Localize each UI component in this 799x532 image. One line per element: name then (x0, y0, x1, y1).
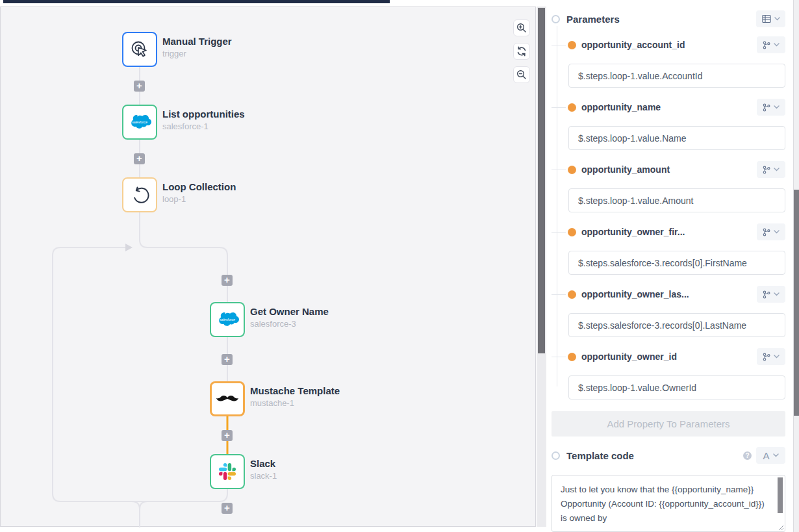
node-subtitle: mustache-1 (250, 398, 294, 408)
connector-lines (1, 7, 537, 527)
template-code-section-title: Template code (566, 450, 634, 461)
property-type-dot (568, 228, 576, 236)
property-name: opportunity_name (581, 102, 661, 112)
property-type-dot (568, 353, 576, 361)
property-name: opportunity_owner_fir... (581, 227, 685, 237)
property-type-dot (568, 290, 576, 299)
property-mapping-button[interactable] (757, 161, 785, 178)
node-mustache-template[interactable]: Mustache Template mustache-1 (210, 381, 418, 416)
property-value-input[interactable] (568, 64, 785, 88)
parameters-view-mode-button[interactable] (756, 10, 785, 27)
refresh-button[interactable] (513, 43, 530, 60)
template-code-input[interactable]: Just to let you know that the {{opportun… (552, 475, 785, 531)
zoom-in-icon (516, 23, 527, 33)
tree-guide-stub (552, 232, 566, 233)
add-step-button[interactable]: + (222, 503, 233, 514)
node-subtitle: salesforce-1 (162, 121, 209, 131)
node-subtitle: slack-1 (250, 471, 277, 481)
textarea-scrollbar-thumb[interactable] (778, 477, 783, 513)
jsonpath-branch-icon (763, 290, 770, 299)
node-manual-trigger[interactable]: Manual Trigger trigger (122, 32, 330, 67)
add-step-button[interactable]: + (222, 354, 233, 365)
manual-trigger-icon (130, 40, 149, 59)
property-mapping-button[interactable] (757, 99, 785, 116)
salesforce-icon: salesforce (214, 310, 240, 329)
chevron-down-icon (774, 355, 780, 359)
add-step-button[interactable]: + (134, 153, 145, 164)
property-mapping-button[interactable] (757, 348, 785, 365)
property-value-input[interactable] (568, 126, 785, 150)
tree-guide-stub (552, 170, 566, 170)
help-icon[interactable]: ? (743, 451, 752, 460)
canvas-scrollbar-thumb[interactable] (538, 8, 545, 353)
zoom-out-icon (516, 70, 527, 80)
jsonpath-branch-icon (763, 166, 770, 174)
chevron-down-icon (774, 17, 780, 21)
svg-text:salesforce: salesforce (132, 120, 147, 124)
node-card-mustache-1[interactable] (210, 381, 245, 416)
loop-exit-line (132, 501, 147, 527)
chevron-down-icon (774, 43, 780, 47)
node-subtitle: salesforce-3 (250, 319, 296, 329)
node-card-salesforce-3[interactable]: salesforce (210, 302, 245, 337)
top-toolbar-edge (3, 0, 390, 3)
property-type-dot (568, 166, 576, 174)
zoom-in-button[interactable] (513, 19, 530, 36)
zoom-out-button[interactable] (513, 66, 530, 83)
chevron-down-icon (774, 105, 780, 109)
chevron-down-icon (774, 168, 780, 171)
node-slack[interactable]: Slack slack-1 (210, 454, 418, 489)
jsonpath-branch-icon (763, 353, 770, 361)
property-mapping-button[interactable] (757, 36, 785, 53)
tree-guide-line (557, 26, 557, 386)
resize-grip-icon[interactable] (778, 524, 784, 531)
property-value-input[interactable] (568, 313, 785, 337)
node-card-slack-1[interactable] (210, 454, 245, 489)
node-title: Slack (250, 458, 275, 469)
property-name: opportunity_owner_id (581, 351, 677, 362)
node-subtitle: trigger (162, 49, 186, 58)
node-title: Manual Trigger (162, 36, 232, 47)
property-mapping-button[interactable] (757, 286, 785, 303)
property-value-input[interactable] (568, 188, 785, 212)
node-card-salesforce-1[interactable]: salesforce (122, 105, 157, 140)
node-title: Mustache Template (250, 385, 340, 396)
add-step-button[interactable]: + (222, 430, 233, 441)
chevron-down-icon (774, 292, 780, 296)
node-loop-collection[interactable]: Loop Collection loop-1 (122, 177, 330, 212)
text-format-icon: A (763, 450, 769, 461)
property-value-input[interactable] (568, 375, 785, 399)
section-bullet-icon (552, 15, 560, 23)
node-subtitle: loop-1 (162, 194, 186, 204)
chevron-down-icon (773, 453, 779, 457)
loop-arrowhead (125, 244, 133, 251)
workflow-canvas[interactable]: Manual Trigger trigger salesforce List o… (0, 6, 536, 527)
node-card-manual-trigger[interactable] (122, 32, 157, 67)
node-get-owner-name[interactable]: salesforce Get Owner Name salesforce-3 (210, 302, 418, 337)
jsonpath-branch-icon (763, 41, 770, 49)
add-step-button[interactable]: + (134, 81, 145, 92)
salesforce-icon: salesforce (127, 112, 153, 132)
node-list-opportunities[interactable]: salesforce List opportunities salesforce… (122, 105, 330, 140)
template-format-button[interactable]: A (756, 447, 785, 464)
node-title: List opportunities (162, 108, 245, 120)
refresh-icon (516, 46, 527, 57)
loop-icon (130, 185, 149, 205)
svg-text:salesforce: salesforce (220, 318, 235, 322)
node-card-loop-1[interactable] (122, 177, 157, 212)
tree-guide-stub (552, 107, 566, 108)
chevron-down-icon (774, 230, 780, 234)
step-config-panel: Parameters opportunity_account_id (548, 6, 793, 532)
add-step-button[interactable]: + (222, 275, 233, 286)
property-type-dot (568, 103, 576, 112)
add-property-button[interactable]: Add Property To Parameters (552, 411, 785, 437)
panel-scrollbar-thumb[interactable] (794, 190, 799, 416)
property-mapping-button[interactable] (757, 223, 785, 240)
tree-guide-stub (552, 45, 566, 45)
loop-boundary (53, 247, 227, 501)
parameters-section-title: Parameters (566, 14, 620, 25)
section-bullet-icon (552, 451, 560, 460)
template-code-editor[interactable]: Just to let you know that the {{opportun… (552, 475, 785, 532)
property-value-input[interactable] (568, 251, 785, 275)
tree-guide-stub (552, 357, 566, 357)
